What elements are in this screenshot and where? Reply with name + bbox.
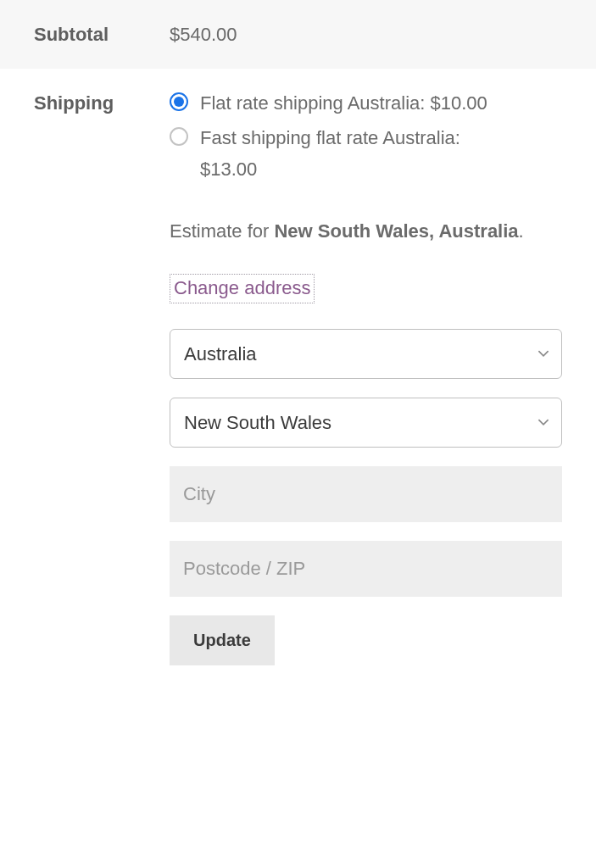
update-button[interactable]: Update	[170, 615, 275, 665]
chevron-down-icon	[538, 348, 549, 359]
subtotal-value: $540.00	[153, 0, 596, 69]
estimate-location: New South Wales, Australia	[274, 220, 518, 242]
shipping-row: Shipping Flat rate shipping Australia: $…	[0, 69, 596, 686]
shipping-option-fast-rate[interactable]: Fast shipping flat rate Australia: $13.0…	[170, 124, 562, 183]
shipping-options: Flat rate shipping Australia: $10.00 Fas…	[170, 89, 562, 183]
shipping-estimate: Estimate for New South Wales, Australia.	[170, 217, 562, 245]
city-input[interactable]	[170, 466, 562, 522]
radio-selected-icon[interactable]	[170, 92, 188, 111]
subtotal-label: Subtotal	[0, 0, 153, 69]
state-select[interactable]: New South Wales	[170, 398, 562, 448]
state-select-value: New South Wales	[184, 412, 331, 433]
change-address-link[interactable]: Change address	[170, 274, 315, 303]
shipping-option-label: Fast shipping flat rate Australia: $13.0…	[200, 124, 460, 183]
country-select-value: Australia	[184, 343, 257, 364]
country-select[interactable]: Australia	[170, 329, 562, 379]
postcode-input[interactable]	[170, 541, 562, 597]
subtotal-row: Subtotal $540.00	[0, 0, 596, 69]
shipping-label: Shipping	[0, 69, 153, 686]
shipping-option-label: Flat rate shipping Australia: $10.00	[200, 89, 487, 117]
chevron-down-icon	[538, 416, 549, 428]
shipping-option-flat-rate[interactable]: Flat rate shipping Australia: $10.00	[170, 89, 562, 117]
radio-unselected-icon[interactable]	[170, 127, 188, 146]
